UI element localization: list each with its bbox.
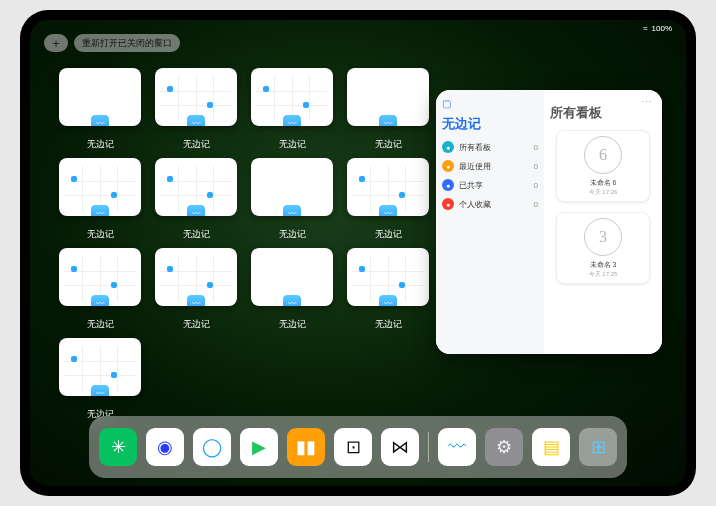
window-label: 无边记 [375, 138, 402, 151]
freeform-app-icon: 〰 [90, 114, 110, 126]
window-thumbnail: 〰 [59, 158, 141, 216]
window-label: 无边记 [375, 318, 402, 331]
freeform-app-icon: 〰 [282, 204, 302, 216]
dock: ✳◉◯▶▮▮⊡⋈〰⚙▤⊞ [89, 416, 627, 478]
sidebar-item-label: 个人收藏 [459, 199, 491, 210]
board-card[interactable]: 3未命名 3今天 17:25 [556, 212, 650, 284]
window-thumbnail: 〰 [251, 158, 333, 216]
ipad-screen: ≈ 100% + 重新打开已关闭的窗口 〰无边记〰无边记〰无边记〰无边记〰无边记… [30, 20, 686, 486]
window-tile[interactable]: 〰无边记 [154, 68, 238, 152]
books-icon[interactable]: ▮▮ [287, 428, 325, 466]
window-label: 无边记 [87, 318, 114, 331]
settings-icon[interactable]: ⚙ [485, 428, 523, 466]
window-tile[interactable]: 〰无边记 [154, 158, 238, 242]
apps-folder-icon[interactable]: ⊞ [579, 428, 617, 466]
window-label: 无边记 [183, 318, 210, 331]
window-thumbnail: 〰 [59, 248, 141, 306]
freeform-app-icon: 〰 [378, 204, 398, 216]
window-label: 无边记 [87, 228, 114, 241]
sidebar-item[interactable]: ●个人收藏0 [442, 198, 538, 210]
sidebar-item[interactable]: ●最近使用0 [442, 160, 538, 172]
sidebar-item[interactable]: ●已共享0 [442, 179, 538, 191]
connect-icon[interactable]: ⋈ [381, 428, 419, 466]
window-thumbnail: 〰 [347, 158, 429, 216]
window-tile[interactable]: 〰无边记 [346, 68, 430, 152]
window-tile[interactable]: 〰无边记 [58, 338, 142, 422]
board-card[interactable]: 6未命名 6今天 17:26 [556, 130, 650, 202]
window-thumbnail: 〰 [155, 248, 237, 306]
window-tile[interactable]: 〰无边记 [250, 248, 334, 332]
wechat-icon[interactable]: ✳ [99, 428, 137, 466]
clock-icon: ● [442, 160, 454, 172]
window-label: 无边记 [183, 138, 210, 151]
freeform-app-icon: 〰 [282, 114, 302, 126]
sidebar-item-label: 已共享 [459, 180, 483, 191]
freeform-app-icon: 〰 [378, 114, 398, 126]
more-icon[interactable]: ⋯ [641, 96, 652, 109]
freeform-app-panel[interactable]: ⋯ ▢ 无边记 ●所有看板0●最近使用0●已共享0●个人收藏0 所有看板 6未命… [436, 90, 662, 354]
freeform-boards-area: 所有看板 6未命名 6今天 17:263未命名 3今天 17:25 [544, 90, 662, 354]
sidebar-item-count: 0 [534, 143, 538, 152]
window-thumbnail: 〰 [347, 248, 429, 306]
sidebar-item-count: 0 [534, 162, 538, 171]
sidebar-item-count: 0 [534, 181, 538, 190]
freeform-app-icon: 〰 [90, 204, 110, 216]
notes-icon[interactable]: ▤ [532, 428, 570, 466]
window-thumbnail: 〰 [347, 68, 429, 126]
window-tile[interactable]: 〰无边记 [58, 248, 142, 332]
heart-icon: ● [442, 198, 454, 210]
board-time: 今天 17:26 [589, 188, 618, 197]
window-tile[interactable]: 〰无边记 [154, 248, 238, 332]
dice-icon[interactable]: ⊡ [334, 428, 372, 466]
new-window-button[interactable]: + [44, 34, 68, 52]
window-tile[interactable]: 〰无边记 [58, 68, 142, 152]
board-name: 未命名 3 [590, 260, 617, 270]
window-thumbnail: 〰 [155, 158, 237, 216]
quark-icon[interactable]: ◉ [146, 428, 184, 466]
cloud-icon: ● [442, 141, 454, 153]
window-thumbnail: 〰 [251, 248, 333, 306]
top-toolbar: + 重新打开已关闭的窗口 [44, 34, 180, 52]
freeform-app-icon: 〰 [186, 114, 206, 126]
freeform-app-icon: 〰 [186, 204, 206, 216]
window-label: 无边记 [183, 228, 210, 241]
freeform-icon[interactable]: 〰 [438, 428, 476, 466]
dock-separator [428, 432, 429, 462]
freeform-sidebar: ▢ 无边记 ●所有看板0●最近使用0●已共享0●个人收藏0 [436, 90, 544, 354]
board-name: 未命名 6 [590, 178, 617, 188]
freeform-app-icon: 〰 [90, 384, 110, 396]
window-tile[interactable]: 〰无边记 [250, 158, 334, 242]
sidebar-title: 无边记 [442, 115, 538, 133]
window-label: 无边记 [375, 228, 402, 241]
battery-label: 100% [652, 24, 672, 33]
shared-icon: ● [442, 179, 454, 191]
window-label: 无边记 [87, 138, 114, 151]
window-thumbnail: 〰 [155, 68, 237, 126]
window-tile[interactable]: 〰无边记 [58, 158, 142, 242]
window-thumbnail: 〰 [251, 68, 333, 126]
browser-icon[interactable]: ◯ [193, 428, 231, 466]
ipad-frame: ≈ 100% + 重新打开已关闭的窗口 〰无边记〰无边记〰无边记〰无边记〰无边记… [20, 10, 696, 496]
freeform-app-icon: 〰 [282, 294, 302, 306]
window-label: 无边记 [279, 318, 306, 331]
window-tile[interactable]: 〰无边记 [346, 248, 430, 332]
reopen-closed-window-button[interactable]: 重新打开已关闭的窗口 [74, 34, 180, 52]
sidebar-item-count: 0 [534, 200, 538, 209]
wifi-icon: ≈ [643, 24, 647, 33]
play-icon[interactable]: ▶ [240, 428, 278, 466]
sidebar-item[interactable]: ●所有看板0 [442, 141, 538, 153]
window-thumbnail: 〰 [59, 338, 141, 396]
window-thumbnail: 〰 [59, 68, 141, 126]
freeform-app-icon: 〰 [90, 294, 110, 306]
freeform-app-icon: 〰 [186, 294, 206, 306]
window-label: 无边记 [279, 138, 306, 151]
status-bar: ≈ 100% [643, 24, 672, 33]
window-tile[interactable]: 〰无边记 [346, 158, 430, 242]
app-switcher-grid: 〰无边记〰无边记〰无边记〰无边记〰无边记〰无边记〰无边记〰无边记〰无边记〰无边记… [58, 68, 438, 422]
sidebar-item-label: 最近使用 [459, 161, 491, 172]
window-tile[interactable]: 〰无边记 [250, 68, 334, 152]
freeform-app-icon: 〰 [378, 294, 398, 306]
sidebar-item-label: 所有看板 [459, 142, 491, 153]
board-doodle: 3 [584, 218, 622, 256]
board-time: 今天 17:25 [589, 270, 618, 279]
